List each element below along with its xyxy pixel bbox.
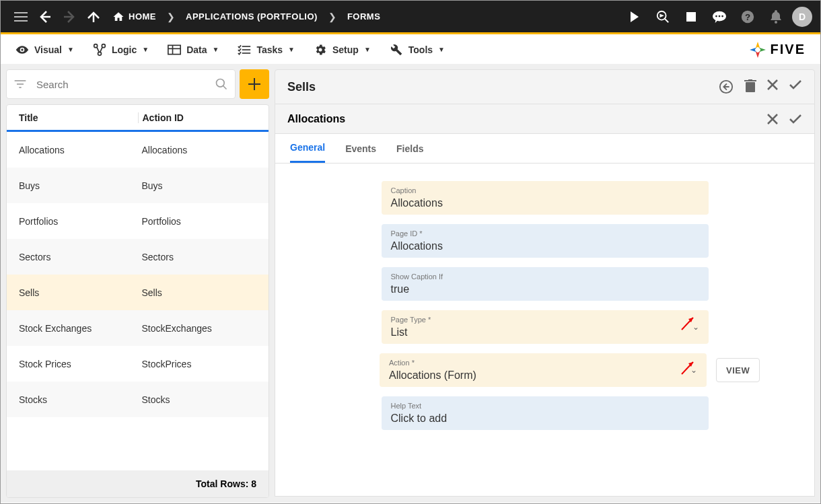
row-action-id: StockPrices [138, 359, 269, 369]
annotation-arrow-icon [680, 315, 696, 331]
menu-logic[interactable]: Logic▼ [93, 43, 149, 57]
breadcrumb-forms-label: FORMS [347, 11, 380, 22]
chevron-right-icon: ❯ [163, 11, 179, 22]
tab-label: General [290, 142, 325, 153]
svg-marker-29 [755, 42, 760, 48]
panel-title: Sells [287, 80, 316, 94]
tabs: General Events Fields [275, 134, 815, 164]
menu-visual[interactable]: Visual▼ [15, 43, 74, 57]
form-area: Caption Allocations Page ID * Allocation… [275, 164, 815, 497]
row-action-id: Sells [138, 287, 269, 298]
svg-marker-12 [715, 20, 719, 23]
tab-events[interactable]: Events [345, 134, 376, 163]
menu-label: Data [186, 44, 207, 55]
table-row[interactable]: StocksStocks [7, 382, 269, 417]
field-page-type[interactable]: Page Type * List ⌄ [382, 310, 709, 344]
back-circle-icon[interactable] [719, 79, 734, 94]
search-input[interactable] [36, 79, 215, 90]
right-column: Sells Allocations General Events Fields [275, 64, 820, 503]
search-icon[interactable] [215, 77, 228, 91]
chat-icon[interactable] [707, 5, 731, 29]
tab-fields[interactable]: Fields [396, 134, 423, 163]
menu-label: Visual [34, 44, 62, 55]
table-row[interactable]: BuysBuys [7, 168, 269, 203]
field-label: Caption [391, 186, 699, 194]
filter-icon[interactable] [13, 79, 27, 89]
play-icon[interactable] [622, 5, 647, 29]
menu-tools[interactable]: Tools▼ [390, 43, 445, 57]
svg-line-37 [223, 86, 227, 89]
list-header-title[interactable]: Title [7, 112, 138, 123]
svg-text:?: ? [745, 12, 750, 22]
list-header-actionid[interactable]: Action ID [138, 112, 269, 123]
table-row[interactable]: PortfoliosPortfolios [7, 203, 269, 239]
dropdown-icon: ▼ [438, 46, 445, 53]
svg-rect-23 [168, 45, 180, 54]
field-help-text[interactable]: Help Text Click to add [382, 396, 709, 430]
avatar-letter: D [799, 11, 806, 22]
row-action-id: Stocks [138, 394, 269, 405]
forward-icon [57, 5, 81, 29]
svg-marker-30 [759, 47, 766, 52]
row-action-id: Sectors [138, 252, 269, 262]
close-icon[interactable] [767, 114, 778, 124]
dropdown-icon: ▼ [288, 46, 295, 53]
table-row[interactable]: SectorsSectors [7, 239, 269, 275]
menu-data[interactable]: Data▼ [168, 44, 219, 56]
svg-marker-31 [755, 51, 760, 58]
table-row[interactable]: Stock PricesStockPrices [7, 346, 269, 382]
table-row[interactable]: AllocationsAllocations [7, 132, 269, 168]
search-box[interactable] [6, 69, 236, 99]
row-action-id: Portfolios [138, 216, 269, 227]
trash-icon[interactable] [744, 79, 756, 94]
svg-rect-41 [746, 82, 755, 92]
breadcrumb-applications[interactable]: APPLICATIONS (PORTFOLIO) [179, 5, 324, 29]
svg-line-9 [665, 18, 669, 22]
field-caption[interactable]: Caption Allocations [382, 181, 709, 215]
row-title: Allocations [7, 145, 138, 155]
field-page-id[interactable]: Page ID * Allocations [382, 224, 709, 258]
breadcrumb-home[interactable]: HOME [106, 5, 163, 29]
menu-label: Tasks [256, 44, 283, 55]
row-title: Stock Prices [7, 359, 138, 369]
dropdown-icon: ▼ [213, 46, 219, 53]
tab-general[interactable]: General [290, 134, 325, 163]
dropdown-icon: ▼ [364, 46, 371, 53]
svg-rect-10 [686, 12, 696, 22]
breadcrumb-home-label: HOME [129, 11, 156, 22]
row-action-id: Allocations [138, 145, 269, 155]
view-button[interactable]: VIEW [716, 358, 760, 382]
view-button-label: VIEW [726, 365, 750, 375]
check-icon[interactable] [789, 114, 802, 124]
row-action-id: Buys [138, 180, 269, 191]
close-icon[interactable] [767, 79, 778, 94]
bell-icon[interactable] [764, 5, 788, 29]
field-show-caption-if[interactable]: Show Caption If true [382, 267, 709, 301]
menu-setup[interactable]: Setup▼ [314, 43, 371, 57]
search-run-icon[interactable] [651, 5, 675, 29]
help-icon[interactable]: ? [736, 5, 760, 29]
svg-marker-8 [659, 13, 664, 17]
field-action[interactable]: Action * Allocations (Form) ⌄ [380, 353, 707, 387]
row-title: Sells [7, 287, 138, 298]
annotation-arrow-icon [680, 359, 696, 375]
check-icon[interactable] [789, 79, 802, 94]
table-row[interactable]: Stock ExchangesStockExchanges [7, 310, 269, 346]
svg-point-14 [719, 15, 721, 17]
svg-point-19 [21, 48, 23, 50]
field-label: Show Caption If [391, 273, 699, 281]
subpanel-title: Allocations [287, 113, 345, 125]
menu-tasks[interactable]: Tasks▼ [238, 44, 295, 56]
row-title: Buys [7, 180, 138, 191]
breadcrumb-forms[interactable]: FORMS [341, 5, 387, 29]
add-button[interactable] [240, 69, 269, 99]
table-row[interactable]: SellsSells [7, 275, 269, 310]
back-icon[interactable] [33, 5, 57, 29]
avatar[interactable]: D [792, 7, 812, 27]
up-icon[interactable] [81, 5, 106, 29]
hamburger-icon[interactable] [9, 5, 33, 29]
row-title: Sectors [7, 252, 138, 262]
left-column: Title Action ID AllocationsAllocationsBu… [1, 64, 275, 503]
stop-icon[interactable] [679, 5, 703, 29]
tab-label: Fields [396, 143, 423, 154]
